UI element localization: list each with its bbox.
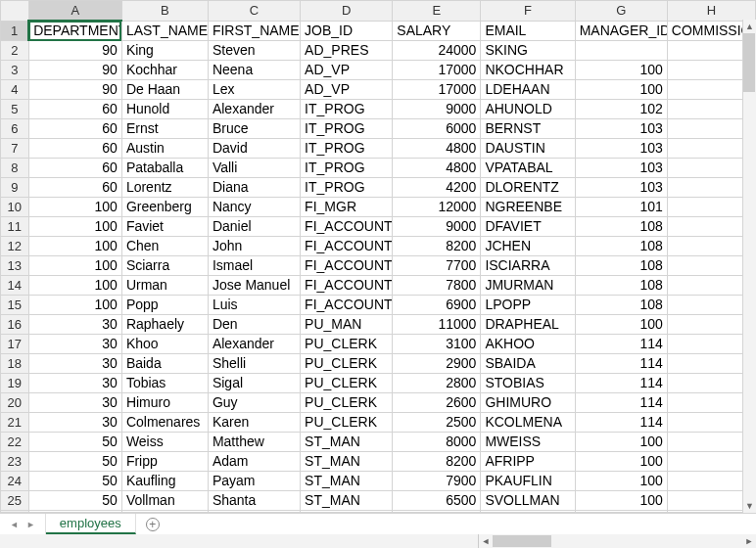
- row-header[interactable]: 17: [1, 335, 29, 354]
- cell[interactable]: 17000: [393, 61, 481, 80]
- cell[interactable]: 30: [28, 374, 121, 393]
- cell[interactable]: EMAIL: [481, 21, 575, 41]
- cell[interactable]: PU_CLERK: [301, 413, 393, 433]
- cell[interactable]: 60: [28, 100, 121, 119]
- cell[interactable]: 114: [575, 335, 667, 354]
- row-header[interactable]: 6: [1, 119, 29, 139]
- cell[interactable]: Luis: [208, 296, 300, 315]
- spreadsheet-grid[interactable]: ABCDEFGH 1DEPARTMENT_IDLAST_NAMEFIRST_NA…: [0, 0, 756, 513]
- cell[interactable]: Den: [208, 315, 300, 335]
- cell[interactable]: 24000: [393, 41, 481, 61]
- cell[interactable]: 7800: [393, 276, 481, 296]
- cell[interactable]: 108: [575, 256, 667, 276]
- cell[interactable]: Faviet: [121, 217, 208, 237]
- cell[interactable]: STOBIAS: [481, 374, 575, 393]
- cell[interactable]: LAST_NAME: [121, 21, 208, 41]
- cell[interactable]: SBAIDA: [481, 354, 575, 374]
- cell[interactable]: 30: [28, 354, 121, 374]
- horizontal-scrollbar[interactable]: ◄ ►: [478, 534, 756, 548]
- cell[interactable]: PU_CLERK: [301, 335, 393, 354]
- cell[interactable]: 6000: [393, 119, 481, 139]
- cell[interactable]: 100: [575, 452, 667, 472]
- cell[interactable]: PU_CLERK: [301, 354, 393, 374]
- cell[interactable]: 50: [28, 433, 121, 452]
- column-header-F[interactable]: F: [481, 1, 575, 22]
- hscroll-track[interactable]: [493, 535, 742, 547]
- cell[interactable]: JOB_ID: [301, 21, 393, 41]
- cell[interactable]: 6500: [393, 491, 481, 511]
- cell[interactable]: Alexander: [208, 335, 300, 354]
- cell[interactable]: Daniel: [208, 217, 300, 237]
- cell[interactable]: 8200: [393, 452, 481, 472]
- cell[interactable]: 60: [28, 139, 121, 159]
- cell[interactable]: Baida: [121, 354, 208, 374]
- cell[interactable]: 100: [575, 472, 667, 491]
- cell[interactable]: 4200: [393, 178, 481, 198]
- column-header-D[interactable]: D: [301, 1, 393, 22]
- tab-nav-buttons[interactable]: ◄ ►: [0, 514, 46, 534]
- row-header[interactable]: 20: [1, 393, 29, 413]
- cell[interactable]: FI_ACCOUNT: [301, 237, 393, 256]
- cell[interactable]: PU_CLERK: [301, 393, 393, 413]
- cell[interactable]: 103: [575, 139, 667, 159]
- vertical-scrollbar[interactable]: ▲ ▼: [742, 20, 756, 513]
- cell[interactable]: Urman: [121, 276, 208, 296]
- cell[interactable]: 103: [575, 178, 667, 198]
- scroll-down-icon[interactable]: ▼: [743, 499, 756, 513]
- row-header[interactable]: 22: [1, 433, 29, 452]
- cell[interactable]: 100: [575, 433, 667, 452]
- cell[interactable]: JMURMAN: [481, 276, 575, 296]
- cell[interactable]: 114: [575, 413, 667, 433]
- row-header[interactable]: 16: [1, 315, 29, 335]
- cell[interactable]: ST_MAN: [301, 491, 393, 511]
- cell[interactable]: 100: [28, 198, 121, 217]
- cell[interactable]: GHIMURO: [481, 393, 575, 413]
- cell[interactable]: Bruce: [208, 119, 300, 139]
- cell[interactable]: Ernst: [121, 119, 208, 139]
- select-all-cell[interactable]: [1, 1, 29, 22]
- cell[interactable]: 100: [28, 237, 121, 256]
- cell[interactable]: AD_PRES: [301, 41, 393, 61]
- cell[interactable]: AFRIPP: [481, 452, 575, 472]
- row-header[interactable]: 9: [1, 178, 29, 198]
- cell[interactable]: 114: [575, 393, 667, 413]
- cell[interactable]: Lorentz: [121, 178, 208, 198]
- scroll-up-icon[interactable]: ▲: [743, 20, 756, 33]
- cell[interactable]: 114: [575, 374, 667, 393]
- cell[interactable]: 90: [28, 41, 121, 61]
- cell[interactable]: Chen: [121, 237, 208, 256]
- cell[interactable]: 50: [28, 491, 121, 511]
- row-header[interactable]: 13: [1, 256, 29, 276]
- cell[interactable]: Fripp: [121, 452, 208, 472]
- cell[interactable]: FI_ACCOUNT: [301, 276, 393, 296]
- chevron-right-icon[interactable]: ►: [26, 520, 35, 529]
- cell[interactable]: 2900: [393, 354, 481, 374]
- cell[interactable]: Weiss: [121, 433, 208, 452]
- cell[interactable]: Vollman: [121, 491, 208, 511]
- cell[interactable]: 100: [575, 61, 667, 80]
- cell[interactable]: 17000: [393, 80, 481, 100]
- cell[interactable]: KCOLMENA: [481, 413, 575, 433]
- cell[interactable]: 100: [575, 491, 667, 511]
- cell[interactable]: Ismael: [208, 256, 300, 276]
- cell[interactable]: Sciarra: [121, 256, 208, 276]
- cell[interactable]: De Haan: [121, 80, 208, 100]
- cell[interactable]: 4800: [393, 139, 481, 159]
- column-header-G[interactable]: G: [575, 1, 667, 22]
- cell[interactable]: FI_ACCOUNT: [301, 296, 393, 315]
- cell[interactable]: 7900: [393, 472, 481, 491]
- cell[interactable]: 9000: [393, 100, 481, 119]
- cell[interactable]: 8000: [393, 433, 481, 452]
- cell[interactable]: Steven: [208, 41, 300, 61]
- cell[interactable]: 108: [575, 237, 667, 256]
- cell[interactable]: Himuro: [121, 393, 208, 413]
- cell[interactable]: DRAPHEAL: [481, 315, 575, 335]
- cell[interactable]: Pataballa: [121, 159, 208, 178]
- row-header[interactable]: 21: [1, 413, 29, 433]
- row-header[interactable]: 18: [1, 354, 29, 374]
- cell[interactable]: MWEISS: [481, 433, 575, 452]
- cell[interactable]: ST_MAN: [301, 452, 393, 472]
- row-header[interactable]: 11: [1, 217, 29, 237]
- cell[interactable]: Austin: [121, 139, 208, 159]
- row-header[interactable]: 25: [1, 491, 29, 511]
